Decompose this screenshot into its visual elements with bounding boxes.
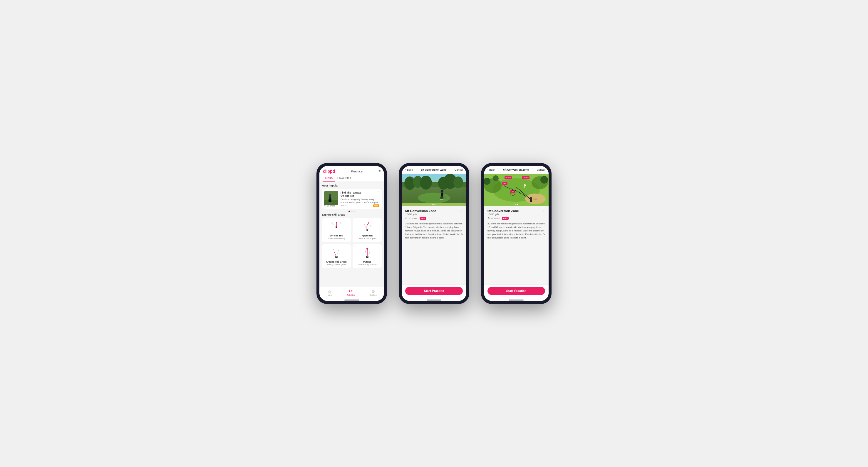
detail-star-3[interactable]: ☆	[542, 209, 545, 213]
drill-detail-desc-3: 20 shots are randomly generated at dista…	[488, 222, 545, 240]
skill-desc-ott: Power and accuracy	[328, 237, 345, 240]
tab-favourites[interactable]: Favourites	[335, 175, 353, 181]
phone-2: ‹ Back 6ft Conversion Zone Cancel	[399, 163, 469, 304]
carousel-dots	[322, 210, 382, 212]
home-indicator-2	[427, 300, 441, 300]
img-dot-1	[433, 204, 434, 205]
svg-text:FAIRWAY: FAIRWAY	[505, 177, 511, 178]
svg-line-24	[336, 251, 339, 257]
phone-1-screen: clippd Practice ≡ Drills Favourites Most…	[319, 166, 384, 301]
start-practice-button-3[interactable]: Start Practice	[488, 287, 545, 295]
svg-point-39	[454, 176, 463, 188]
cancel-button-3[interactable]: Cancel	[537, 168, 545, 171]
svg-line-25	[334, 249, 336, 257]
home-indicator-3	[509, 300, 524, 300]
phones-container: clippd Practice ≡ Drills Favourites Most…	[316, 163, 552, 304]
svg-point-42	[441, 190, 443, 193]
svg-point-41	[418, 193, 450, 203]
featured-drill-card[interactable]: Find The Fairway Off The Tee Create an i…	[322, 189, 382, 209]
svg-point-13	[340, 222, 341, 224]
back-button-3[interactable]: ‹ Back	[488, 168, 495, 171]
image-dots-2	[433, 204, 436, 205]
drill-detail-range-3: 10-50 yds	[488, 213, 519, 216]
svg-rect-48	[442, 199, 443, 200]
atg-diagram	[329, 246, 344, 260]
svg-rect-43	[441, 193, 443, 197]
drill-detail-meta-2: ⏱ 20 shots ARG	[405, 217, 463, 220]
clippd-logo: clippd	[323, 169, 335, 174]
svg-point-15	[368, 222, 369, 224]
skill-desc-approach: Dial-in to hit the green	[358, 237, 377, 240]
start-btn-container-2: Start Practice	[402, 284, 466, 298]
skill-grid: Off The Tee Power and accuracy	[322, 218, 382, 268]
drill-detail-info-2: 6ft Conversion Zone 10-50 yds	[405, 209, 436, 216]
drill-detail-desc-2: 20 shots are randomly generated at dista…	[405, 222, 463, 240]
capture-label: Capture	[369, 294, 377, 296]
img-dot-2	[435, 204, 436, 205]
clock-icon-3: ⏱	[488, 217, 490, 220]
dot-1	[348, 210, 350, 212]
skill-card-approach[interactable]: Approach Dial-in to hit the green	[352, 218, 382, 242]
svg-line-8	[332, 223, 336, 227]
screen-title: Practice	[351, 169, 363, 173]
nav-capture[interactable]: ⊕ Capture	[369, 289, 377, 296]
detail-header-3: ‹ Back 6ft Conversion Zone Cancel	[484, 166, 549, 174]
menu-icon[interactable]: ≡	[378, 169, 380, 173]
skill-card-ott[interactable]: Off The Tee Power and accuracy	[322, 218, 351, 242]
drill-thumbnail	[324, 191, 338, 205]
favourite-star-icon[interactable]: ☆	[377, 191, 380, 194]
skill-name-putting: Putting	[363, 261, 371, 263]
drill-map: SAND FAIRWAY ROUGH	[484, 174, 549, 206]
svg-point-57	[540, 176, 548, 184]
drill-thumb-svg	[324, 191, 338, 205]
capture-icon: ⊕	[371, 289, 375, 293]
drill-tag-ott: OTT	[373, 204, 379, 207]
skill-name-ott: Off The Tee	[330, 234, 343, 237]
drill-detail-content-3: 6ft Conversion Zone 10-50 yds ☆ ⏱ 20 sho…	[484, 206, 549, 284]
most-popular-label: Most Popular	[322, 184, 382, 187]
drill-tag-arg-3: ARG	[502, 217, 508, 220]
phone-3: ‹ Back 6ft Conversion Zone Cancel	[481, 163, 552, 304]
shots-info-3: ⏱ 20 shots	[488, 217, 499, 220]
phone-3-screen: ‹ Back 6ft Conversion Zone Cancel	[484, 166, 549, 301]
drill-detail-meta-3: ⏱ 20 shots ARG	[488, 217, 545, 220]
clock-icon: ⏱	[324, 205, 326, 207]
shots-count-3: 20 shots	[491, 217, 499, 220]
drill-detail-info-3: 6ft Conversion Zone 10-50 yds	[488, 209, 519, 216]
map-bg: SAND FAIRWAY ROUGH	[484, 174, 549, 206]
back-button-2[interactable]: ‹ Back	[405, 168, 413, 171]
explore-label: Explore skill areas	[322, 213, 382, 216]
svg-text:Hit: Hit	[512, 191, 514, 192]
skill-card-putting[interactable]: Putting Make and lag practice	[352, 244, 382, 268]
approach-diagram	[360, 220, 375, 234]
skill-desc-atg: Hone your short game	[327, 263, 346, 266]
svg-point-66	[530, 197, 532, 199]
cancel-button-2[interactable]: Cancel	[455, 168, 463, 171]
drill-detail-name-2: 6ft Conversion Zone	[405, 209, 436, 213]
image-dots-3	[515, 204, 518, 205]
activities-label: Activities	[347, 294, 355, 296]
dot-2	[351, 210, 352, 212]
drill-tag-arg-2: ARG	[420, 217, 426, 220]
svg-rect-47	[440, 199, 442, 200]
detail-star-2[interactable]: ☆	[460, 209, 463, 213]
ott-diagram	[329, 220, 344, 234]
phone-1: clippd Practice ≡ Drills Favourites Most…	[316, 163, 387, 304]
skill-name-approach: Approach	[362, 234, 373, 237]
svg-text:SAND: SAND	[533, 198, 537, 200]
svg-text:Miss: Miss	[503, 183, 506, 185]
bottom-nav: ⌂ Home ⟳ Activities ⊕ Capture	[319, 287, 384, 298]
photo-svg	[402, 174, 466, 203]
nav-activities[interactable]: ⟳ Activities	[347, 289, 355, 296]
detail-header-2: ‹ Back 6ft Conversion Zone Cancel	[402, 166, 466, 174]
svg-line-9	[336, 223, 341, 227]
start-practice-button-2[interactable]: Start Practice	[405, 287, 463, 295]
top-bar: clippd Practice ≡	[323, 169, 380, 174]
drill-detail-range-2: 10-50 yds	[405, 213, 436, 216]
home-label: Home	[327, 294, 332, 296]
nav-home[interactable]: ⌂ Home	[327, 289, 332, 296]
home-indicator	[344, 300, 359, 300]
skill-card-atg[interactable]: Around The Green Hone your short game	[322, 244, 351, 268]
shots-count-2: 20 shots	[408, 217, 417, 220]
tab-drills[interactable]: Drills	[323, 175, 335, 181]
